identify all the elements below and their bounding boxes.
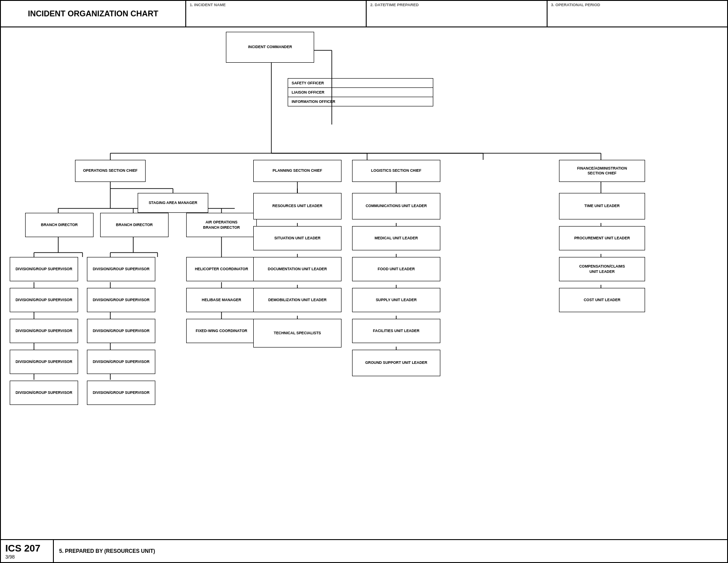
situation-ul-box: SITUATION UNIT LEADER (253, 226, 341, 250)
div-grp1-2-box: DIVISION/GROUP SUPERVISOR (10, 288, 78, 312)
date-time-label: 2. DATE/TIME PREPARED (370, 3, 543, 7)
comp-claims-ul-box: COMPENSATION/CLAIMS UNIT LEADER (559, 257, 645, 281)
planning-chief-box: PLANNING SECTION CHIEF (253, 160, 341, 182)
prepared-by-label: 5. PREPARED BY (RESOURCES UNIT) (54, 545, 727, 557)
logistics-chief-box: LOGISTICS SECTION CHIEF (352, 160, 440, 182)
comms-ul-box: COMMUNICATIONS UNIT LEADER (352, 193, 440, 219)
footer-date: 3/98 (5, 554, 49, 559)
div-grp1-5-box: DIVISION/GROUP SUPERVISOR (10, 381, 78, 405)
resources-ul-box: RESOURCES UNIT LEADER (253, 193, 341, 219)
div-grp2-4-box: DIVISION/GROUP SUPERVISOR (87, 350, 155, 374)
footer-left: ICS 207 3/98 (1, 540, 54, 562)
footer: ICS 207 3/98 5. PREPARED BY (RESOURCES U… (1, 539, 727, 562)
heli-coord-box: HELICOPTER COORDINATOR (186, 257, 257, 281)
incident-name-label: 1. INCIDENT NAME (190, 3, 362, 7)
air-ops-box: AIR OPERATIONS BRANCH DIRECTOR (186, 213, 257, 237)
chart-area: INCIDENT COMMANDER SAFETY OFFICER LIAISO… (1, 27, 727, 539)
div-grp1-4-box: DIVISION/GROUP SUPERVISOR (10, 350, 78, 374)
ground-support-ul-box: GROUND SUPPORT UNIT LEADER (352, 350, 440, 376)
documentation-ul-box: DOCUMENTATION UNIT LEADER (253, 257, 341, 281)
helibase-mgr-box: HELIBASE MANAGER (186, 288, 257, 312)
safety-officer-box: SAFETY OFFICER (288, 79, 433, 88)
div-grp2-3-box: DIVISION/GROUP SUPERVISOR (87, 319, 155, 343)
procurement-ul-box: PROCUREMENT UNIT LEADER (559, 226, 645, 250)
time-ul-box: TIME UNIT LEADER (559, 193, 645, 219)
incident-name-field: 1. INCIDENT NAME (186, 1, 367, 26)
information-officer-box: INFORMATION OFFICER (288, 97, 433, 106)
operations-chief-box: OPERATIONS SECTION CHIEF (75, 160, 146, 182)
liaison-officer-box: LIAISON OFFICER (288, 88, 433, 97)
header: INCIDENT ORGANIZATION CHART 1. INCIDENT … (1, 1, 727, 27)
medical-ul-box: MEDICAL UNIT LEADER (352, 226, 440, 250)
tech-specialists-box: TECHNICAL SPECIALISTS (253, 319, 341, 348)
op-period-field: 3. OPERATIONAL PERIOD (548, 1, 727, 26)
fixed-wing-box: FIXED-WING COORDINATOR (186, 319, 257, 343)
staging-area-box: STAGING AREA MANAGER (138, 193, 208, 213)
demob-ul-box: DEMOBILIZATION UNIT LEADER (253, 288, 341, 312)
chart-title: INCIDENT ORGANIZATION CHART (1, 1, 186, 26)
page: INCIDENT ORGANIZATION CHART 1. INCIDENT … (0, 0, 728, 563)
food-ul-box: FOOD UNIT LEADER (352, 257, 440, 281)
ics-number: ICS 207 (5, 543, 49, 554)
header-fields: 1. INCIDENT NAME 2. DATE/TIME PREPARED 3… (186, 1, 727, 26)
facilities-ul-box: FACILITIES UNIT LEADER (352, 319, 440, 343)
incident-commander-box: INCIDENT COMMANDER (226, 32, 314, 63)
branch-dir1-box: BRANCH DIRECTOR (25, 213, 94, 237)
date-time-field: 2. DATE/TIME PREPARED (367, 1, 547, 26)
supply-ul-box: SUPPLY UNIT LEADER (352, 288, 440, 312)
div-grp1-1-box: DIVISION/GROUP SUPERVISOR (10, 257, 78, 281)
div-grp2-1-box: DIVISION/GROUP SUPERVISOR (87, 257, 155, 281)
div-grp2-2-box: DIVISION/GROUP SUPERVISOR (87, 288, 155, 312)
div-grp2-5-box: DIVISION/GROUP SUPERVISOR (87, 381, 155, 405)
branch-dir2-box: BRANCH DIRECTOR (100, 213, 169, 237)
cost-ul-box: COST UNIT LEADER (559, 288, 645, 312)
finance-chief-box: FINANCE/ADMINISTRATION SECTION CHIEF (559, 160, 645, 182)
op-period-label: 3. OPERATIONAL PERIOD (551, 3, 724, 7)
div-grp1-3-box: DIVISION/GROUP SUPERVISOR (10, 319, 78, 343)
